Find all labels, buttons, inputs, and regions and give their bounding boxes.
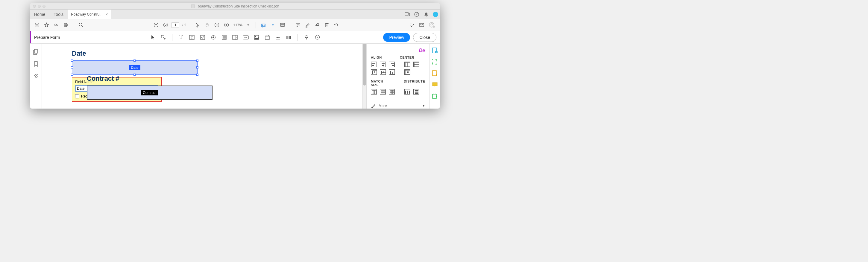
close-tab-icon[interactable]: × — [105, 12, 108, 17]
list-icon[interactable] — [220, 33, 228, 41]
align-top-icon[interactable] — [371, 69, 377, 75]
trash-icon[interactable] — [323, 21, 331, 29]
button-icon[interactable]: OK — [242, 33, 250, 41]
cloud-upload-icon[interactable] — [52, 21, 60, 29]
close-button[interactable]: Close — [413, 33, 436, 42]
close-window-icon[interactable] — [33, 5, 36, 8]
svg-rect-108 — [433, 61, 435, 61]
svg-rect-101 — [415, 90, 418, 91]
svg-rect-0 — [405, 12, 408, 15]
match-both-icon[interactable] — [389, 89, 395, 95]
center-horizontal-icon[interactable] — [404, 62, 410, 67]
tab-home[interactable]: Home — [30, 9, 50, 19]
align-left-icon[interactable] — [371, 62, 377, 67]
zoom-out-icon[interactable] — [213, 21, 221, 29]
contract-field-badge: Contract — [141, 90, 158, 95]
profile-icon[interactable] — [428, 21, 436, 29]
page-up-icon[interactable] — [152, 21, 160, 29]
align-right-icon[interactable] — [389, 62, 395, 67]
date-form-field[interactable]: Date — [72, 60, 197, 75]
comment-icon[interactable] — [294, 21, 302, 29]
account-avatar[interactable] — [433, 12, 438, 17]
text-field-box-icon[interactable]: T — [188, 33, 196, 41]
export-pdf-icon[interactable] — [432, 70, 438, 76]
attachment-panel-icon[interactable] — [33, 73, 38, 79]
device-icon[interactable] — [404, 11, 410, 18]
svg-rect-68 — [372, 65, 374, 66]
align-bottom-icon[interactable] — [389, 69, 395, 75]
organize-pdf-icon[interactable] — [432, 93, 438, 99]
distribute-horizontal-icon[interactable] — [404, 89, 410, 95]
edit-fields-icon[interactable] — [159, 33, 167, 41]
star-icon[interactable] — [42, 21, 50, 29]
zoom-dropdown-icon[interactable]: ▼ — [244, 21, 252, 29]
date-field-icon[interactable] — [264, 33, 271, 41]
fit-dropdown-icon[interactable]: ▼ — [269, 21, 277, 29]
minimize-window-icon[interactable] — [38, 5, 41, 8]
distribute-vertical-icon[interactable] — [413, 89, 419, 95]
sign-icon[interactable] — [313, 21, 321, 29]
zoom-in-icon[interactable] — [222, 21, 230, 29]
help-icon[interactable]: ? — [414, 11, 420, 18]
distribute-section-title: DISTRIBUTE — [404, 79, 425, 87]
more-dropdown[interactable]: More ▼ — [371, 103, 425, 108]
svg-rect-51 — [265, 36, 269, 39]
create-pdf-icon[interactable]: + — [432, 47, 438, 54]
tab-document[interactable]: Roadway Constru... × — [68, 9, 111, 19]
bookmark-panel-icon[interactable] — [34, 61, 38, 67]
required-checkbox-input[interactable] — [75, 94, 79, 98]
center-section-title: CENTER — [400, 56, 414, 59]
svg-line-8 — [82, 26, 83, 27]
select-tool-icon[interactable] — [149, 33, 157, 41]
text-field-icon[interactable]: T — [177, 33, 185, 41]
scrollbar[interactable] — [362, 44, 366, 108]
fit-width-icon[interactable] — [259, 21, 267, 29]
svg-rect-97 — [393, 92, 394, 94]
svg-rect-26 — [326, 23, 328, 24]
radio-icon[interactable] — [210, 33, 217, 41]
pages-panel-icon[interactable] — [33, 49, 38, 55]
comment-tool-icon[interactable] — [432, 81, 438, 88]
help-icon[interactable]: ? — [313, 33, 321, 41]
page-down-icon[interactable] — [162, 21, 170, 29]
save-icon[interactable] — [33, 21, 41, 29]
undo-icon[interactable] — [332, 21, 340, 29]
zoom-level[interactable]: 117% — [233, 23, 243, 27]
print-icon[interactable] — [62, 21, 69, 29]
signature-field-icon[interactable] — [274, 33, 282, 41]
edit-pdf-icon[interactable] — [432, 59, 438, 65]
page-number-input[interactable] — [172, 23, 179, 28]
svg-rect-17 — [280, 23, 285, 25]
tab-bar: Home Tools Roadway Constru... × ? — [30, 9, 440, 19]
pointer-icon[interactable] — [194, 21, 202, 29]
checkbox-icon[interactable] — [199, 33, 207, 41]
hand-icon[interactable] — [203, 21, 211, 29]
contract-form-field[interactable]: Contract — [87, 86, 213, 100]
svg-rect-87 — [393, 72, 393, 74]
svg-text:+: + — [435, 51, 437, 54]
scroll-thumb[interactable] — [363, 44, 366, 86]
bell-icon[interactable] — [423, 11, 429, 18]
svg-rect-92 — [381, 90, 385, 92]
image-field-icon[interactable] — [253, 33, 260, 41]
preview-button[interactable]: Preview — [383, 33, 410, 42]
match-width-icon[interactable] — [371, 89, 377, 95]
dropdown-icon[interactable] — [231, 33, 239, 41]
center-vertical-icon[interactable] — [413, 62, 419, 67]
link-icon[interactable] — [408, 21, 415, 29]
tab-tools[interactable]: Tools — [50, 9, 68, 19]
match-height-icon[interactable] — [380, 89, 386, 95]
align-center-icon[interactable] — [380, 62, 386, 67]
center-both-icon[interactable] — [404, 69, 410, 75]
page-total: / 2 — [182, 23, 186, 27]
highlight-icon[interactable] — [304, 21, 311, 29]
page-view-icon[interactable] — [279, 21, 286, 29]
titlebar: Roadway Construction Site Inspection Che… — [30, 3, 440, 9]
zoom-window-icon[interactable] — [42, 5, 45, 8]
align-middle-icon[interactable] — [380, 69, 386, 75]
pin-icon[interactable] — [303, 33, 310, 41]
search-icon[interactable] — [77, 21, 85, 29]
svg-rect-93 — [381, 92, 385, 94]
email-icon[interactable] — [418, 21, 426, 29]
barcode-icon[interactable] — [285, 33, 293, 41]
